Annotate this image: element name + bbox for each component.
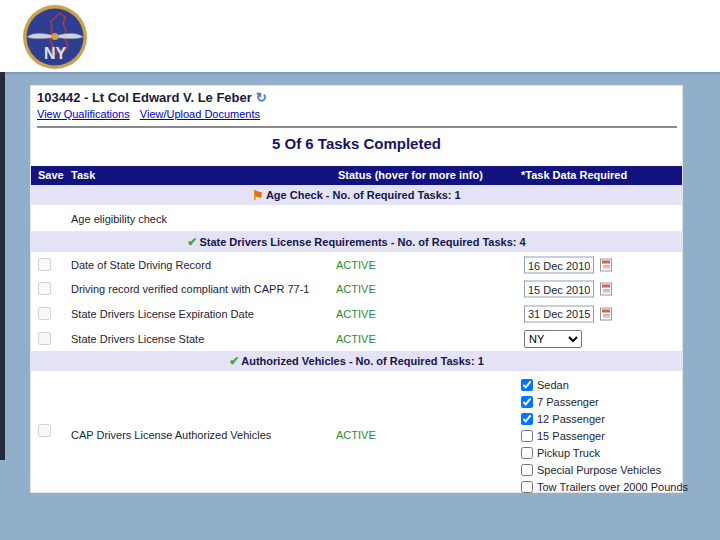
table-row: Driving record verified compliant with C… (31, 277, 682, 301)
green-check-icon: ✔ (229, 354, 239, 368)
task-label: State Drivers License Expiration Date (71, 308, 254, 320)
vehicle-option-pickup-truck[interactable]: Pickup Truck (521, 444, 688, 461)
vehicle-option-special-purpose[interactable]: Special Purpose Vehicles (521, 461, 688, 478)
save-checkbox[interactable] (38, 282, 51, 295)
task-data-cell: NY (524, 330, 582, 348)
header-save: Save (38, 169, 64, 181)
vehicle-checkbox[interactable] (521, 413, 533, 425)
vehicle-option-15-passenger[interactable]: 15 Passenger (521, 427, 688, 444)
green-check-icon: ✔ (187, 235, 197, 249)
vehicle-checkbox[interactable] (521, 464, 533, 476)
status-label: ACTIVE (336, 283, 376, 295)
vehicle-option-12-passenger[interactable]: 12 Passenger (521, 410, 688, 427)
header-status: Status (hover for more info) (338, 169, 483, 181)
view-upload-documents-link[interactable]: View/Upload Documents (140, 108, 260, 120)
vehicle-option-label: Sedan (537, 379, 569, 391)
date-input[interactable] (524, 305, 594, 322)
vehicle-option-label: Special Purpose Vehicles (537, 464, 661, 476)
vehicle-option-sedan[interactable]: Sedan (521, 376, 688, 393)
vehicle-options-list: Sedan 7 Passenger 12 Passenger 15 Passen… (521, 376, 688, 495)
refresh-icon[interactable]: ↻ (256, 90, 267, 105)
logo-text: NY (44, 45, 67, 62)
section-title: State Drivers License Requirements - No.… (199, 236, 525, 248)
section-title: Age Check - No. of Required Tasks: 1 (266, 189, 461, 201)
task-label: State Drivers License State (71, 333, 204, 345)
task-data-cell (524, 305, 612, 322)
status-label: ACTIVE (336, 429, 376, 441)
date-input[interactable] (524, 257, 594, 274)
section-drivers-license: ✔State Drivers License Requirements - No… (31, 232, 682, 253)
tasks-panel: 103442 - Lt Col Edward V. Le Feber↻ View… (30, 85, 683, 493)
vehicle-option-label: 15 Passenger (537, 430, 605, 442)
calendar-icon[interactable] (600, 283, 612, 296)
section-age-check: ⚑Age Check - No. of Required Tasks: 1 (31, 185, 682, 206)
vehicle-checkbox[interactable] (521, 379, 533, 391)
table-row: State Drivers License State ACTIVE NY (31, 326, 682, 351)
task-label: Driving record verified compliant with C… (71, 283, 309, 295)
header-links: View Qualifications View/Upload Document… (37, 108, 267, 120)
task-label: Age eligibility check (71, 213, 167, 225)
save-checkbox[interactable] (38, 424, 51, 437)
vehicle-option-label: 12 Passenger (537, 413, 605, 425)
view-qualifications-link[interactable]: View Qualifications (37, 108, 130, 120)
task-data-cell (524, 281, 612, 298)
status-label: ACTIVE (336, 333, 376, 345)
header-data: *Task Data Required (521, 169, 627, 181)
table-row: Age eligibility check (31, 206, 682, 232)
ny-wing-logo: NY (22, 4, 88, 70)
date-input[interactable] (524, 281, 594, 298)
vehicle-option-7-passenger[interactable]: 7 Passenger (521, 393, 688, 410)
table-header-row: Save Task Status (hover for more info) *… (31, 166, 682, 185)
license-state-select[interactable]: NY (524, 330, 582, 348)
section-title: Authorized Vehicles - No. of Required Ta… (241, 355, 483, 367)
divider (37, 126, 677, 128)
task-label: CAP Drivers License Authorized Vehicles (71, 429, 271, 441)
task-label: Date of State Driving Record (71, 259, 211, 271)
section-authorized-vehicles: ✔Authorized Vehicles - No. of Required T… (31, 351, 682, 372)
orange-flag-icon: ⚑ (252, 188, 264, 203)
member-name: 103442 - Lt Col Edward V. Le Feber (37, 90, 252, 105)
status-label: ACTIVE (336, 259, 376, 271)
calendar-icon[interactable] (600, 259, 612, 272)
table-row: Date of State Driving Record ACTIVE (31, 253, 682, 277)
vehicle-checkbox[interactable] (521, 430, 533, 442)
tasks-completed-summary: 5 Of 6 Tasks Completed (31, 135, 682, 152)
vehicle-checkbox[interactable] (521, 447, 533, 459)
header-task: Task (71, 169, 95, 181)
member-header: 103442 - Lt Col Edward V. Le Feber↻ (37, 90, 267, 105)
ny-wing-logo-image: NY (22, 4, 88, 70)
save-checkbox[interactable] (38, 258, 51, 271)
save-checkbox[interactable] (38, 307, 51, 320)
save-checkbox[interactable] (38, 332, 51, 345)
vehicle-option-label: 7 Passenger (537, 396, 599, 408)
vehicle-option-tow-trailers[interactable]: Tow Trailers over 2000 Pounds (521, 478, 688, 495)
status-label: ACTIVE (336, 308, 376, 320)
slide-left-edge (0, 72, 5, 460)
vehicle-checkbox[interactable] (521, 481, 533, 493)
calendar-icon[interactable] (600, 307, 612, 320)
vehicle-option-label: Pickup Truck (537, 447, 600, 459)
vehicle-checkbox[interactable] (521, 396, 533, 408)
table-row: CAP Drivers License Authorized Vehicles … (31, 372, 682, 493)
task-data-cell (524, 257, 612, 274)
table-row: State Drivers License Expiration Date AC… (31, 301, 682, 326)
vehicle-option-label: Tow Trailers over 2000 Pounds (537, 481, 688, 493)
